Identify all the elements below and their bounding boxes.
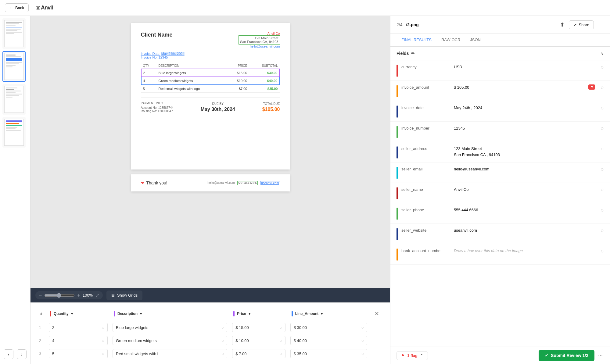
grid-table-row: 3 5○ Red small widgets with l○ $ 7.00○ $… xyxy=(37,347,384,360)
price-col-label: Price xyxy=(237,312,246,316)
close-grid-button[interactable]: ✕ xyxy=(373,309,380,318)
field-name-label: invoice_number xyxy=(401,125,450,130)
col-subtotal-header: SUBTOTAL xyxy=(249,63,279,69)
amount-input[interactable]: $ 35.00○ xyxy=(290,349,367,358)
table-row: 4 Green medium widgets $10.00 $40.00 xyxy=(141,77,280,85)
doc-toolbar: − + 100% ⤢ ⊞ Show Grids xyxy=(30,288,390,302)
document-area: Client Name Anvil Co 123 Main Street San… xyxy=(30,16,390,364)
submit-more-button[interactable]: ··· xyxy=(597,351,604,360)
col-header-price: Price ▾ xyxy=(230,307,288,321)
field-check-icon[interactable]: ○ xyxy=(601,146,604,152)
field-value-text: 12345 xyxy=(454,125,597,131)
field-check-icon[interactable]: ○ xyxy=(601,84,604,91)
price-input[interactable]: $ 7.00○ xyxy=(232,349,285,358)
desc-input[interactable]: Red small widgets with l○ xyxy=(113,349,227,358)
field-check-icon[interactable]: ○ xyxy=(601,166,604,173)
doc-total-amount: $105.00 xyxy=(262,107,280,112)
share-icon: ↗ xyxy=(573,23,577,27)
document-scroll: Client Name Anvil Co 123 Main Street San… xyxy=(30,16,390,288)
grid-icon: ⊞ xyxy=(111,293,115,298)
col-header-close: ✕ xyxy=(370,307,384,321)
field-row: seller_address123 Main Street San Franci… xyxy=(390,142,610,162)
field-value-text: $ 105.00 xyxy=(454,84,585,91)
field-check-icon[interactable]: ○ xyxy=(601,207,604,213)
show-grids-button[interactable]: ⊞ Show Grids xyxy=(106,291,142,300)
upload-button[interactable]: ⬆ xyxy=(559,20,566,29)
back-label: Back xyxy=(15,5,24,10)
amount-input[interactable]: $ 40.00○ xyxy=(290,336,367,345)
line-amount-dropdown-icon[interactable]: ▾ xyxy=(321,312,323,316)
edit-fields-icon[interactable]: ✏ xyxy=(411,51,415,56)
field-check-icon[interactable]: ○ xyxy=(601,105,604,111)
zoom-slider[interactable] xyxy=(44,293,75,298)
price-input[interactable]: $ 10.00○ xyxy=(232,336,285,345)
field-value-text: hello@useanvil.com xyxy=(454,166,597,172)
tab-json[interactable]: JSON xyxy=(465,34,486,46)
flag-button[interactable]: ⚑ 1 flag ⌃ xyxy=(396,351,428,360)
right-header-info: 2/4 i2.png xyxy=(396,22,419,27)
zoom-out-button[interactable]: − xyxy=(39,293,42,298)
field-check-icon[interactable]: ○ xyxy=(601,227,604,234)
flag-chevron-icon: ⌃ xyxy=(420,353,423,358)
fields-label: Fields xyxy=(396,51,409,56)
more-options-button[interactable]: ··· xyxy=(597,20,604,29)
field-row: seller_nameAnvil Co○ xyxy=(390,183,610,203)
qty-input[interactable]: 4○ xyxy=(49,336,108,345)
prev-page-button[interactable]: ‹ xyxy=(4,349,13,359)
check-icon: ✓ xyxy=(545,353,548,358)
desc-input[interactable]: Blue large widgets○ xyxy=(113,323,227,332)
invoice-no-val: 12345 xyxy=(159,55,168,59)
anvil-logo-text: Anvil xyxy=(41,5,53,11)
thumbnail-3[interactable] xyxy=(2,84,26,115)
zoom-expand-button[interactable]: ⤢ xyxy=(95,292,99,298)
desc-input[interactable]: Green medium widgets○ xyxy=(113,336,227,345)
submit-review-button[interactable]: ✓ Submit Review 1/2 xyxy=(539,350,594,361)
row-number: 1 xyxy=(39,326,41,330)
cell-price-2: $10.00 xyxy=(227,77,249,85)
right-header: 2/4 i2.png ⬆ ↗ Share ··· xyxy=(390,16,610,34)
grid-table-row: 2 4○ Green medium widgets○ $ 10.00○ $ 40… xyxy=(37,334,384,347)
row-number: 3 xyxy=(39,352,41,356)
zoom-in-button[interactable]: + xyxy=(77,293,80,298)
tab-raw-ocr[interactable]: RAW OCR xyxy=(436,34,465,46)
tab-final-results[interactable]: FINAL RESULTS xyxy=(396,34,436,46)
line-amount-col-label: Line_Amount xyxy=(295,312,319,316)
field-check-icon[interactable]: ○ xyxy=(601,64,604,70)
back-button[interactable]: ← Back xyxy=(5,3,29,12)
price-dropdown-icon[interactable]: ▾ xyxy=(249,312,250,316)
zoom-control: − + 100% ⤢ xyxy=(35,291,103,299)
thumbnail-1[interactable] xyxy=(2,18,26,49)
field-value-text: Anvil Co xyxy=(454,187,597,193)
amount-input[interactable]: $ 30.00○ xyxy=(290,323,367,332)
price-input[interactable]: $ 15.00○ xyxy=(232,323,285,332)
bottom-bar: ⚑ 1 flag ⌃ ✓ Submit Review 1/2 ··· xyxy=(390,347,610,364)
field-name-label: seller_phone xyxy=(401,207,450,212)
doc-address-line2: San Francisco CA, 94103 xyxy=(240,40,278,44)
field-check-icon[interactable]: ○ xyxy=(601,187,604,193)
desc-check-icon: ○ xyxy=(221,338,224,343)
qty-input[interactable]: 5○ xyxy=(49,349,108,358)
flag-count: 1 flag xyxy=(407,353,418,358)
thumbnail-4[interactable] xyxy=(2,117,26,148)
field-row: currencyUSD○ xyxy=(390,60,610,81)
quantity-dropdown-icon[interactable]: ▾ xyxy=(71,312,73,316)
fields-chevron-icon[interactable]: ∨ xyxy=(601,51,604,56)
field-check-icon[interactable]: ○ xyxy=(601,125,604,132)
share-button[interactable]: ↗ Share xyxy=(569,20,594,29)
table-row: 5 Red small widgets with logo $7.00 $35.… xyxy=(141,85,280,93)
table-row: 2 Blue large widgets $15.00 $30.00 xyxy=(141,69,280,77)
top-bar: ← Back ⧖ Anvil xyxy=(0,0,610,16)
qty-input[interactable]: 2○ xyxy=(49,323,108,332)
col-price-header: PRICE xyxy=(227,63,249,69)
row-number: 2 xyxy=(39,339,41,343)
invoice-date-label: Invoice Date: xyxy=(141,52,160,55)
doc-address-line1: 123 Main Street xyxy=(240,36,278,40)
field-check-icon[interactable]: ○ xyxy=(601,248,604,254)
description-dropdown-icon[interactable]: ▾ xyxy=(140,312,142,316)
heart-icon: ❤ xyxy=(141,180,145,185)
grid-table-row: 1 2○ Blue large widgets○ $ 15.00○ $ 30.0… xyxy=(37,321,384,334)
next-page-button[interactable]: › xyxy=(17,349,27,359)
description-indicator xyxy=(114,311,115,316)
field-name-label: invoice_amount xyxy=(401,84,450,90)
thumbnail-2[interactable] xyxy=(2,51,26,82)
